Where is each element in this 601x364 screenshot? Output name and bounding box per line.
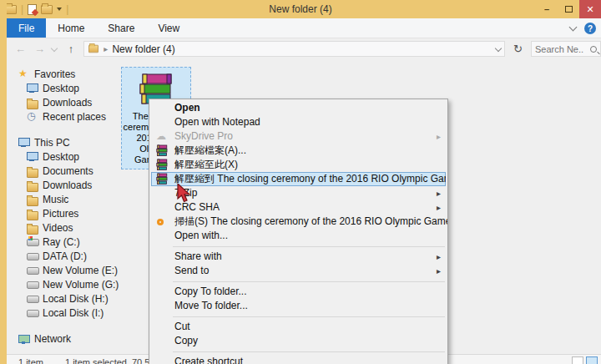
sidebar-item-favorites[interactable]: Favorites — [7, 67, 124, 81]
menu-item-copy-to-folder[interactable]: Copy To folder... — [149, 285, 447, 299]
submenu-arrow-icon: ▸ — [437, 264, 441, 278]
recent-icon — [27, 111, 38, 122]
sidebar-item-label: Downloads — [43, 97, 92, 109]
context-menu: OpenOpen with Notepad☁SkyDrive Pro▸解壓縮檔案… — [149, 99, 448, 364]
minimize-button[interactable]: – — [536, 0, 558, 18]
sidebar-item-network[interactable]: Network — [7, 331, 124, 346]
details-view-icon[interactable] — [572, 356, 583, 364]
menu-item-a[interactable]: 解壓縮檔案(A)... — [149, 144, 447, 158]
menu-item-skydrive-pro: ☁SkyDrive Pro▸ — [149, 129, 447, 144]
tab-share[interactable]: Share — [96, 18, 146, 38]
navigation-bar: ← → ↑ ▸ New folder (4) ↻ — [7, 39, 601, 58]
address-dropdown-icon[interactable] — [495, 44, 502, 51]
refresh-icon[interactable]: ↻ — [513, 43, 523, 55]
qat-separator: | — [66, 3, 68, 15]
sidebar-item-local-disk-i[interactable]: Local Disk (I:) — [7, 306, 124, 320]
winrar-icon — [156, 173, 169, 185]
sidebar-item-label: Music — [43, 194, 68, 205]
menu-item-cut[interactable]: Cut — [149, 320, 447, 334]
window-icon — [5, 5, 17, 14]
cloud-icon: ☁ — [156, 130, 169, 143]
menu-item-share-with[interactable]: Share with▸ — [149, 250, 447, 264]
back-button[interactable]: ← — [15, 43, 26, 55]
mouse-cursor — [177, 184, 192, 204]
menu-item-label: 掃描(S) The closing ceremony of the 2016 R… — [174, 215, 447, 227]
menu-item-s-the-closing-ceremony-of-th[interactable]: 掃描(S) The closing ceremony of the 2016 R… — [149, 215, 447, 229]
sidebar-item-music[interactable]: Music — [7, 192, 124, 206]
sidebar-item-desktop[interactable]: Desktop — [7, 149, 124, 164]
tab-home[interactable]: Home — [46, 18, 96, 38]
sidebar-item-local-disk-h[interactable]: Local Disk (H:) — [7, 291, 124, 306]
history-dropdown-icon[interactable] — [51, 44, 58, 51]
menu-item-open[interactable]: Open — [149, 101, 447, 115]
menu-separator — [149, 278, 447, 285]
tab-view[interactable]: View — [146, 18, 191, 38]
sidebar-item-new-volume-g[interactable]: New Volume (G:) — [7, 277, 124, 291]
submenu-arrow-icon: ▸ — [437, 186, 441, 200]
disk-icon — [27, 265, 38, 276]
sidebar-item-label: Favorites — [34, 68, 75, 80]
sidebar-item-downloads[interactable]: Downloads — [7, 95, 124, 109]
tab-file[interactable]: File — [7, 18, 46, 38]
menu-item-move-to-folder[interactable]: Move To folder... — [149, 299, 447, 313]
sidebar-item-ray-c[interactable]: Ray (C:) — [7, 235, 124, 249]
menu-item-open-with[interactable]: Open with... — [149, 229, 447, 243]
menu-item-label: Copy — [174, 335, 198, 346]
close-button[interactable]: ✕ — [579, 0, 601, 18]
qat-separator: | — [21, 3, 23, 15]
search-box[interactable] — [531, 41, 601, 57]
sidebar-item-this-pc[interactable]: This PC — [7, 135, 124, 149]
maximize-icon — [565, 6, 573, 13]
monitor-icon — [18, 137, 30, 148]
folder-icon — [27, 166, 38, 177]
menu-item-open-with-notepad[interactable]: Open with Notepad — [149, 115, 447, 129]
folder-icon — [27, 223, 38, 234]
navigation-pane: FavoritesDesktopDownloadsRecent placesTh… — [7, 58, 124, 354]
breadcrumb[interactable]: New folder (4) — [112, 43, 174, 55]
star-icon — [18, 68, 30, 79]
monitor-icon — [27, 83, 38, 94]
menu-item-label: Open — [174, 102, 200, 114]
window-controls: – ✕ — [536, 0, 601, 18]
menu-item-the-closing-ceremony-of-the-[interactable]: 解壓縮到 The closing ceremony of the 2016 RI… — [151, 172, 446, 186]
sidebar-item-label: Desktop — [43, 151, 79, 163]
thumbnails-view-icon[interactable] — [586, 356, 598, 364]
menu-separator — [149, 313, 447, 320]
menu-item-x[interactable]: 解壓縮至此(X) — [149, 158, 447, 172]
folder-icon — [88, 45, 98, 53]
sidebar-item-pictures[interactable]: Pictures — [7, 206, 124, 220]
breadcrumb-arrow-icon: ▸ — [104, 44, 108, 53]
menu-item-label: Move To folder... — [174, 300, 248, 311]
forward-button[interactable]: → — [34, 43, 45, 55]
maximize-button[interactable] — [558, 0, 579, 18]
properties-icon[interactable] — [28, 4, 37, 15]
menu-item-label: Share with — [174, 250, 222, 262]
menu-item-crc-sha[interactable]: CRC SHA▸ — [149, 200, 447, 215]
submenu-arrow-icon: ▸ — [437, 129, 441, 144]
ribbon-tabs: FileHomeShareView — [7, 18, 601, 38]
menu-item-send-to[interactable]: Send to▸ — [149, 264, 447, 278]
disk-icon — [27, 293, 38, 304]
sidebar-item-label: Recent places — [43, 111, 106, 123]
sidebar-item-documents[interactable]: Documents — [7, 164, 124, 178]
qat-dropdown-icon[interactable] — [57, 8, 62, 11]
search-input[interactable] — [535, 44, 590, 54]
folder-icon — [27, 195, 38, 205]
up-button[interactable]: ↑ — [68, 43, 74, 55]
menu-separator — [149, 348, 447, 355]
new-folder-icon[interactable] — [41, 5, 53, 14]
collapse-ribbon-icon[interactable] — [569, 23, 578, 32]
sidebar-item-downloads[interactable]: Downloads — [7, 178, 124, 192]
sidebar-item-recent-places[interactable]: Recent places — [7, 109, 124, 124]
menu-item-create-shortcut[interactable]: Create shortcut — [149, 355, 447, 364]
menu-item-7-zip[interactable]: 7-Zip▸ — [149, 186, 447, 200]
sidebar-item-videos[interactable]: Videos — [7, 220, 124, 235]
sidebar-item-data-d[interactable]: DATA (D:) — [7, 249, 124, 263]
sidebar-item-desktop[interactable]: Desktop — [7, 81, 124, 95]
help-icon[interactable]: ? — [584, 23, 596, 34]
sidebar-item-new-volume-e[interactable]: New Volume (E:) — [7, 263, 124, 277]
title-bar: New folder (4) | | – ✕ — [0, 0, 601, 18]
address-bar[interactable]: ▸ New folder (4) — [83, 41, 505, 57]
view-toggles — [572, 356, 598, 364]
menu-item-copy[interactable]: Copy — [149, 334, 447, 348]
